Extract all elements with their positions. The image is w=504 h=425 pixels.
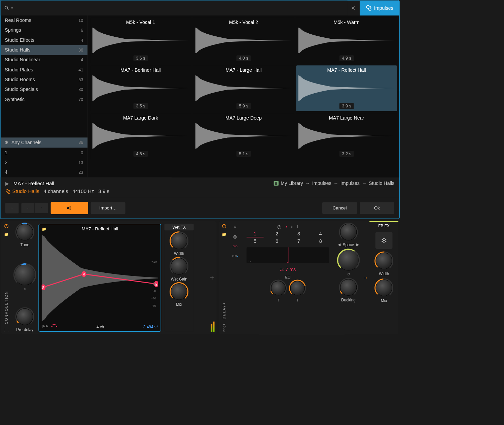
triangle-down-icon [41,206,42,210]
category-item[interactable]: Studio Nonlinear4 [1,55,88,65]
wetgain-knob[interactable] [171,258,187,274]
info-duration: 3.9 s [98,189,109,194]
space-prev-icon[interactable]: ◀ [338,242,341,247]
delay-time-value[interactable]: ⇄7 ms [243,266,332,272]
division-7[interactable]: 7 [290,238,308,244]
space-next-icon[interactable]: ▶ [356,242,359,247]
category-item[interactable]: Studio Effects4 [1,35,88,45]
mix-knob[interactable] [171,283,187,300]
grip-icon[interactable]: ⋮⋮ [3,328,10,332]
tune-knob[interactable] [16,224,33,240]
scale-label: -20 [151,289,157,293]
folder-icon[interactable]: 📁 [4,232,8,237]
impulse-card[interactable]: M5k - Warm4.9 s [296,18,397,63]
impulse-duration: 3.2 s [339,151,354,157]
ir-length[interactable]: 3.484 s* [143,324,158,329]
ir-waveform[interactable]: S M E +10 -10 -20 -40 -60 [42,232,158,324]
freeze-button[interactable]: ❄ [375,232,393,249]
svg-point-27 [338,277,358,297]
impulse-card[interactable]: MA7 - Berliner Hall3.5 s [90,65,191,111]
linked-circles-icon[interactable]: ◎ [233,234,237,239]
play-icon[interactable]: ▶ [5,181,9,186]
channel-item[interactable]: 213 [1,158,88,167]
preview-button[interactable] [51,202,88,214]
predelay-knob[interactable] [16,308,33,325]
channel-item[interactable]: 423 [1,167,88,177]
folder-icon[interactable]: 📁 [42,227,46,231]
ir-display[interactable]: 📁 MA7 - Reflect Hall S M E [38,224,161,332]
fb-mix-knob[interactable] [376,280,392,296]
division-5[interactable]: 5 [247,238,264,244]
impulse-card[interactable]: MA7 - Large Hall5.9 s [193,65,294,111]
division-4[interactable]: 4 [312,231,329,237]
eq-low-knob[interactable] [271,281,285,295]
prev-button[interactable] [21,203,35,213]
breadcrumb-segment[interactable]: Impulses [340,181,360,186]
impulses-tab[interactable]: Impulses [360,1,399,15]
power-button[interactable] [221,223,227,229]
category-item[interactable]: Studio Plates41 [1,65,88,75]
cancel-button[interactable]: Cancel [322,202,357,214]
add-fx-button[interactable]: + [208,221,217,334]
impulse-card[interactable]: M5k - Vocal 24.0 s [193,18,294,63]
collapse-button[interactable] [5,203,19,214]
category-item[interactable]: Synthetic70 [1,95,88,104]
category-item[interactable]: Studio Rooms53 [1,75,88,85]
breadcrumb-segment[interactable]: My Library [281,181,303,186]
division-1[interactable]: 1 [247,231,264,237]
channel-item[interactable]: 10 [1,148,88,158]
category-item[interactable]: Studio Specials30 [1,85,88,94]
impulse-card[interactable]: M5k - Vocal 13.6 s [90,18,191,63]
space-knob[interactable] [340,224,357,240]
brightness-knob[interactable] [14,264,35,285]
impulse-grid-wrap: M5k - Vocal 13.6 sM5k - Vocal 24.0 sM5k … [88,15,399,177]
ok-button[interactable]: Ok [360,202,394,214]
delay-device: 📁 DELAY+ Ping L ○ ◎ ○○ ○○• ◷ ♪ ♪ ♩ 1 2 3… [219,221,398,334]
width-knob[interactable] [171,233,187,249]
circle-icon[interactable]: ○ [234,224,237,229]
convolution-device: 📁 CONVOLUTION ⋮⋮ Tune ☀ Pre-delay [1,221,217,334]
ducking-knob[interactable] [340,279,357,296]
division-8[interactable]: 8 [312,238,329,244]
impulse-card[interactable]: MA7 Large Deep5.1 s [193,113,294,159]
selected-category[interactable]: Studio Halls [5,189,39,194]
clock-icon[interactable]: ◷ [277,224,282,230]
breadcrumb-segment[interactable]: Impulses [312,181,331,186]
feedback-knob[interactable] [338,250,359,270]
category-item[interactable]: Springs6 [1,25,88,35]
category-item[interactable]: Real Rooms10 [1,15,88,25]
device-chain: 📁 CONVOLUTION ⋮⋮ Tune ☀ Pre-delay [0,219,400,336]
flag-icon[interactable]: ⚑⚑ [42,324,49,329]
svg-point-6 [15,306,35,327]
impulse-card[interactable]: MA7 Large Near3.2 s [296,113,397,159]
breadcrumb: ☰My Library→Impulses→Impulses→Studio Hal… [274,181,395,186]
lowcut-icon: ╭ [277,296,280,301]
svg-point-29 [374,251,394,271]
power-button[interactable] [4,223,9,229]
channel-item[interactable]: ✱Any Channels36 [1,137,88,148]
category-item[interactable]: Studio Halls36 [1,45,88,55]
eq-high-knob[interactable] [290,281,305,295]
search-dropdown-icon[interactable]: ▼ [11,6,13,9]
import-button[interactable]: Import… [91,202,125,214]
nodes-icon[interactable]: •⁀• [51,324,57,329]
division-3[interactable]: 3 [290,231,308,237]
delay-division-grid: 1 2 3 4 5 6 7 8 [243,231,332,244]
close-button[interactable] [347,1,359,15]
impulse-card[interactable]: MA7 - Reflect Hall3.9 s [296,65,397,111]
two-circles-icon[interactable]: ○○ [232,244,238,249]
quarter-note-icon[interactable]: ♩ [296,224,298,230]
next-button[interactable] [35,203,48,213]
breadcrumb-segment[interactable]: Studio Halls [369,181,394,186]
stereo-circles-icon[interactable]: ○○• [232,254,238,258]
impulse-card[interactable]: MA7 Large Dark4.6 s [90,113,191,159]
division-2[interactable]: 2 [268,231,286,237]
folder-icon[interactable]: 📁 [222,232,226,237]
fb-width-knob[interactable] [376,253,392,269]
search-input[interactable] [16,5,344,11]
eighth-note-icon[interactable]: ♪ [290,224,293,230]
sixteenth-note-icon[interactable]: ♪ [285,224,287,230]
division-6[interactable]: 6 [268,238,286,244]
delay-offset-slider[interactable]: ♪ ♪₃ ♪. [247,247,329,263]
browser-topbar: ▼ Impulses [1,1,399,15]
